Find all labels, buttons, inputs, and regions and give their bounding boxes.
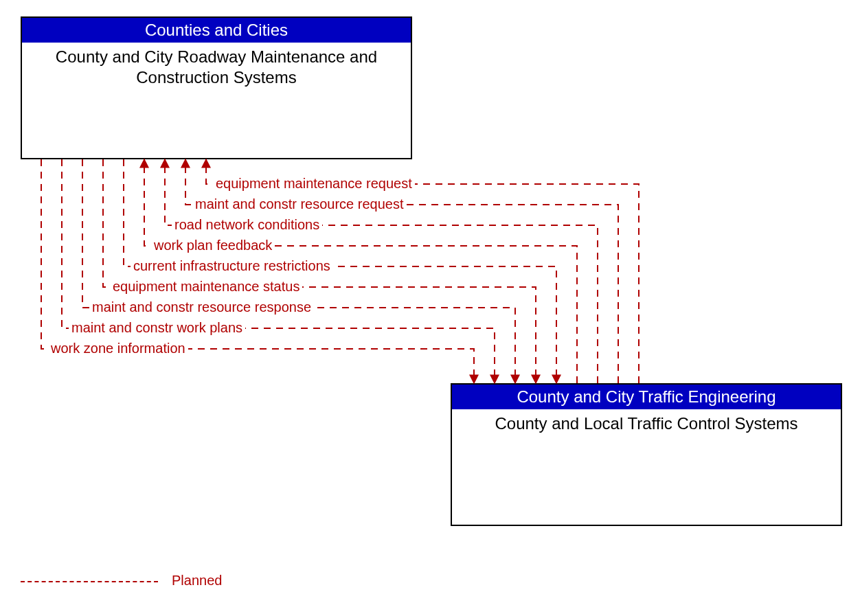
entity-body-bottom: County and Local Traffic Control Systems <box>452 409 841 438</box>
flow-label-4: current infrastructure restrictions <box>131 258 333 274</box>
entity-box-top: Counties and Cities County and City Road… <box>21 16 412 159</box>
flow-label-8: work zone information <box>48 341 188 356</box>
flow-label-2: road network conditions <box>172 217 322 233</box>
entity-header-top: Counties and Cities <box>22 18 411 43</box>
flow-label-6: maint and constr resource response <box>89 299 314 315</box>
entity-header-bottom: County and City Traffic Engineering <box>452 385 841 409</box>
flow-label-7: maint and constr work plans <box>69 320 245 336</box>
legend-line-planned <box>21 581 158 582</box>
entity-box-bottom: County and City Traffic Engineering Coun… <box>451 383 842 526</box>
flow-label-0: equipment maintenance request <box>213 176 415 192</box>
flow-label-3: work plan feedback <box>151 238 275 253</box>
flow-label-1: maint and constr resource request <box>192 196 407 212</box>
flow-label-5: equipment maintenance status <box>110 279 302 295</box>
legend-label-planned: Planned <box>172 573 222 589</box>
entity-body-top: County and City Roadway Maintenance and … <box>22 43 411 92</box>
